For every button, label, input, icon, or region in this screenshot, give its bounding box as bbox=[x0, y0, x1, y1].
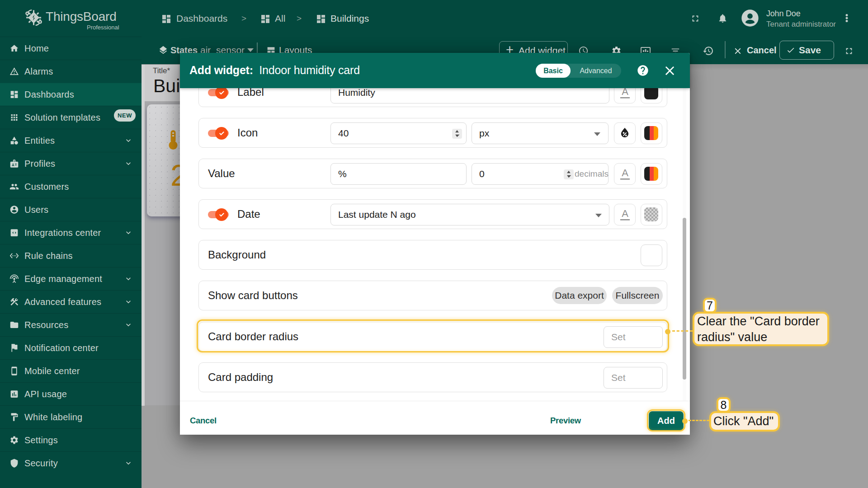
svg-text:A: A bbox=[622, 168, 628, 178]
svg-text:A: A bbox=[622, 208, 628, 219]
